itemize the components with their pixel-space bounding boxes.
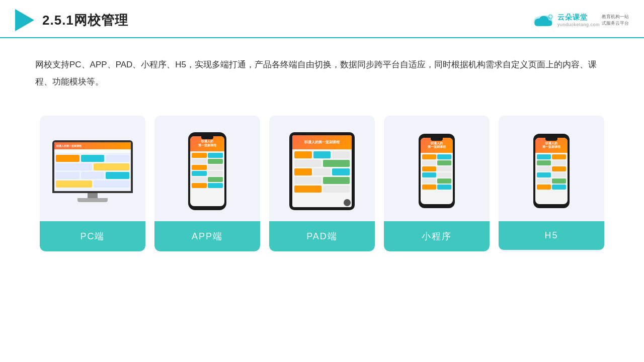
- pc-mockup: 职通人的第一堂刷课程: [49, 140, 137, 202]
- cloud-svg: [530, 12, 555, 28]
- logo-url: yunduoketang.com: [557, 22, 600, 27]
- card-pad-image: 职通人的第一堂刷课程: [269, 116, 375, 221]
- logo-slogan: 教育机构一站式服务云平台: [602, 14, 629, 26]
- miniapp-notch: [431, 138, 443, 141]
- page-header: 2.5.1网校管理 云朵课堂 yunduoketang.com 教育机构一站式服…: [0, 0, 644, 38]
- card-pc-label: PC端: [40, 221, 145, 251]
- h5-phone-mockup: 职通人的第一堂刷课程: [533, 134, 570, 208]
- card-miniapp: 职通人的第一堂刷课程: [384, 116, 490, 251]
- h5-notch: [545, 138, 557, 141]
- card-pad: 职通人的第一堂刷课程: [269, 116, 375, 251]
- card-app-image: 职通人的第一堂刷课程: [154, 116, 260, 221]
- card-app: 职通人的第一堂刷课程: [154, 116, 260, 251]
- miniapp-phone-screen: 职通人的第一堂刷课程: [421, 138, 453, 204]
- card-pad-label: PAD端: [269, 221, 375, 251]
- pc-screen: 职通人的第一堂刷课程: [52, 140, 133, 193]
- logo-area: 云朵课堂 yunduoketang.com 教育机构一站式服务云平台: [530, 12, 629, 28]
- card-miniapp-image: 职通人的第一堂刷课程: [384, 116, 490, 221]
- header-left: 2.5.1网校管理: [15, 9, 128, 31]
- card-pc-image: 职通人的第一堂刷课程: [40, 116, 145, 221]
- card-miniapp-label: 小程序: [384, 221, 490, 251]
- logo-name: 云朵课堂: [557, 13, 600, 22]
- pad-tablet-mockup: 职通人的第一堂刷课程: [289, 132, 355, 210]
- page-title: 2.5.1网校管理: [42, 12, 128, 29]
- app-phone-screen: 职通人的第一堂刷课程: [190, 136, 224, 206]
- description-text: 网校支持PC、APP、PAD、小程序、H5，实现多端打通，产品各终端自由切换，数…: [0, 38, 644, 101]
- logo-icon: 云朵课堂 yunduoketang.com 教育机构一站式服务云平台: [530, 12, 629, 28]
- logo-text-group: 云朵课堂 yunduoketang.com: [557, 13, 600, 27]
- tablet-home-button: [344, 199, 351, 206]
- card-pc: 职通人的第一堂刷课程: [40, 116, 145, 251]
- phone-notch: [201, 136, 213, 139]
- card-app-label: APP端: [154, 221, 260, 251]
- card-h5: 职通人的第一堂刷课程: [499, 116, 604, 251]
- card-h5-label: H5: [499, 221, 604, 250]
- card-h5-image: 职通人的第一堂刷课程: [499, 116, 604, 221]
- pad-tablet-screen: 职通人的第一堂刷课程: [292, 135, 352, 207]
- miniapp-phone-mockup: 职通人的第一堂刷课程: [419, 134, 455, 208]
- play-icon: [15, 9, 34, 31]
- cards-container: 职通人的第一堂刷课程: [0, 106, 644, 266]
- h5-phone-screen: 职通人的第一堂刷课程: [535, 138, 568, 204]
- app-phone-mockup: 职通人的第一堂刷课程: [188, 132, 226, 210]
- description-content: 网校支持PC、APP、PAD、小程序、H5，实现多端打通，产品各终端自由切换，数…: [35, 60, 597, 86]
